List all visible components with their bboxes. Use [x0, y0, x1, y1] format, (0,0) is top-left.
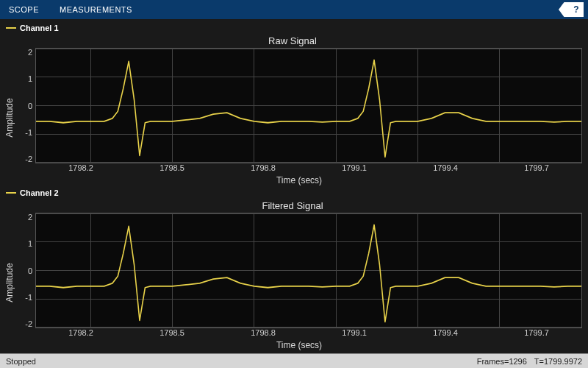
- plot-filtered-signal: Channel 2 Filtered Signal Amplitude 210-…: [3, 187, 582, 352]
- plot-title: Raw Signal: [3, 34, 582, 48]
- help-button[interactable]: ?: [559, 2, 584, 17]
- toolstrip: SCOPE MEASUREMENTS ?: [0, 0, 588, 19]
- toolstrip-tab-measurements[interactable]: MEASUREMENTS: [60, 5, 132, 14]
- x-axis-label: Time (secs): [16, 340, 582, 352]
- plot-area[interactable]: [35, 213, 582, 328]
- y-ticks: 210-1-2: [16, 213, 35, 328]
- legend-label: Channel 1: [20, 24, 59, 32]
- plots-container: Channel 1 Raw Signal Amplitude 210-1-2 1…: [0, 19, 588, 353]
- y-axis-label: Amplitude: [3, 48, 16, 187]
- y-ticks: 210-1-2: [16, 48, 35, 163]
- plot-title: Filtered Signal: [3, 199, 582, 213]
- status-frames: Frames=1296: [477, 357, 527, 366]
- help-icon: ?: [573, 4, 579, 15]
- legend-swatch-icon: [6, 27, 16, 29]
- x-ticks: 1798.21798.51798.81799.11799.41799.7: [16, 328, 582, 340]
- legend-channel-2: Channel 2: [3, 187, 582, 199]
- x-axis-label: Time (secs): [16, 175, 582, 187]
- legend-label: Channel 2: [20, 188, 59, 197]
- toolstrip-tab-scope[interactable]: SCOPE: [9, 5, 39, 14]
- plot-raw-signal: Channel 1 Raw Signal Amplitude 210-1-2 1…: [3, 22, 582, 187]
- legend-swatch-icon: [6, 192, 16, 194]
- status-state: Stopped: [6, 357, 36, 366]
- x-ticks: 1798.21798.51798.81799.11799.41799.7: [16, 163, 582, 175]
- status-time: T=1799.9972: [534, 357, 582, 366]
- legend-channel-1: Channel 1: [3, 22, 582, 34]
- status-bar: Stopped Frames=1296 T=1799.9972: [0, 353, 588, 368]
- y-axis-label: Amplitude: [3, 213, 16, 352]
- plot-area[interactable]: [35, 48, 582, 163]
